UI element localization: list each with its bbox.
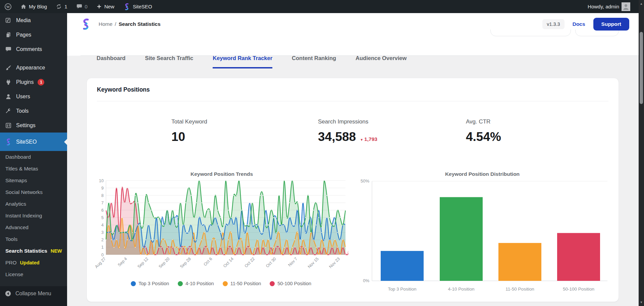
keyword-positions-card: Keyword Positions Total Keyword 10Search…: [87, 78, 619, 302]
legend-item-top-3-position[interactable]: Top 3 Position: [131, 281, 169, 286]
breadcrumb: Home / Search Statistics: [99, 21, 161, 27]
legend-item-4-10-position[interactable]: 4-10 Position: [178, 281, 214, 286]
home-icon: [20, 4, 26, 10]
sidebar-item-label: Pages: [16, 32, 31, 38]
submenu-item-pro[interactable]: PROUpdated: [0, 257, 67, 268]
keyword-position-distribution-chart: Keyword Position Distribution50%0%Top 3 …: [355, 169, 612, 297]
submenu-item-label: Advanced: [5, 224, 29, 231]
bar-top-3-position[interactable]: [381, 251, 424, 281]
sidebar-top-menu: Media Pages Comments Appearance Plugins1…: [0, 13, 67, 133]
support-button[interactable]: Support: [593, 18, 629, 31]
svg-text:Nov 7: Nov 7: [287, 256, 298, 267]
legend-item-50-100-position[interactable]: 50-100 Position: [270, 281, 311, 286]
siteseo-menu-icon: [5, 138, 12, 146]
submenu-item-search-statistics[interactable]: Search StatisticsNEW: [0, 245, 67, 257]
sidebar-item-settings[interactable]: Settings: [0, 118, 67, 133]
svg-text:8: 8: [101, 193, 104, 198]
scrollbar-thumb[interactable]: [640, 32, 643, 104]
wp-admin-sidebar: Media Pages Comments Appearance Plugins1…: [0, 13, 67, 306]
active-item-arrow: [64, 139, 67, 145]
svg-text:1: 1: [101, 245, 104, 250]
tab-dashboard[interactable]: Dashboard: [97, 48, 125, 68]
plugin-header: Home / Search Statistics v1.3.3 Docs Sup…: [67, 13, 639, 56]
submenu-item-label: Tools: [5, 236, 17, 242]
submenu-item-dashboard[interactable]: Dashboard: [0, 151, 67, 163]
svg-text:Aug 27: Aug 27: [94, 256, 107, 269]
sidebar-item-users[interactable]: Users: [0, 89, 67, 104]
bar-4-10-position[interactable]: [440, 197, 483, 281]
submenu-item-instant-indexing[interactable]: Instant Indexing: [0, 210, 67, 221]
svg-text:Sep 20: Sep 20: [158, 256, 171, 269]
submenu-item-titles-metas[interactable]: Titles & Metas: [0, 163, 67, 174]
collapse-menu-button[interactable]: Collapse Menu: [0, 286, 67, 301]
svg-text:Oct 14: Oct 14: [222, 256, 234, 268]
breadcrumb-home[interactable]: Home: [99, 21, 112, 27]
siteseo-submenu: DashboardTitles & MetasSitemapsSocial Ne…: [0, 151, 67, 280]
sidebar-item-tools[interactable]: Tools: [0, 104, 67, 118]
svg-text:Oct 30: Oct 30: [265, 256, 277, 268]
sidebar-item-plugins[interactable]: Plugins1: [0, 75, 67, 89]
sidebar-item-media[interactable]: Media: [0, 13, 67, 28]
submenu-item-social-networks[interactable]: Social Networks: [0, 186, 67, 198]
submenu-item-label: License: [5, 271, 23, 277]
submenu-item-analytics[interactable]: Analytics: [0, 198, 67, 210]
submenu-item-sitemaps[interactable]: Sitemaps: [0, 174, 67, 186]
comments-link[interactable]: 0: [72, 0, 92, 13]
stat-value: 34,588▼1,793: [318, 130, 377, 144]
svg-text:7: 7: [101, 201, 104, 205]
submenu-item-label: Sitemaps: [5, 177, 27, 184]
legend-dot-icon: [131, 281, 136, 286]
sidebar-item-siteseo[interactable]: SiteSEO: [0, 133, 67, 151]
legend-label: 50-100 Position: [277, 281, 311, 286]
card-title: Keyword Positions: [97, 86, 150, 93]
siteseo-adminbar-menu[interactable]: SiteSEO: [119, 0, 157, 13]
collapse-menu-label: Collapse Menu: [15, 291, 51, 297]
svg-text:Keyword Position Distribution: Keyword Position Distribution: [445, 171, 520, 177]
sidebar-item-comments[interactable]: Comments: [0, 42, 67, 56]
tab-audience-overview[interactable]: Audience Overview: [356, 48, 407, 68]
new-content-menu[interactable]: New: [92, 0, 119, 13]
siteseo-adminbar-label: SiteSEO: [133, 4, 152, 9]
stat-value: 10: [171, 130, 207, 144]
updates-link[interactable]: 1: [51, 0, 71, 13]
bar-50-100-position[interactable]: [557, 233, 600, 281]
svg-text:Oct 22: Oct 22: [244, 256, 256, 268]
tab-content-ranking[interactable]: Content Ranking: [292, 48, 336, 68]
stat-delta: ▼1,793: [360, 136, 377, 142]
svg-text:11-50 Position: 11-50 Position: [505, 287, 534, 292]
sidebar-item-label: Appearance: [16, 65, 45, 71]
account-menu[interactable]: Howdy, admin: [583, 0, 635, 13]
legend-dot-icon: [270, 281, 275, 286]
tab-site-search-traffic[interactable]: Site Search Traffic: [145, 48, 193, 68]
sidebar-item-pages[interactable]: Pages: [0, 28, 67, 42]
wp-logo-menu[interactable]: W: [0, 0, 16, 13]
submenu-item-license[interactable]: License: [0, 268, 67, 280]
svg-text:Sep 12: Sep 12: [137, 256, 149, 269]
svg-text:10: 10: [99, 178, 104, 183]
scrollbar-up-arrow[interactable]: ▲: [639, 1, 644, 7]
sidebar-item-appearance[interactable]: Appearance: [0, 60, 67, 75]
main-content: Home / Search Statistics v1.3.3 Docs Sup…: [67, 13, 639, 306]
bar-11-50-position[interactable]: [498, 243, 541, 281]
submenu-item-tools[interactable]: Tools: [0, 233, 67, 245]
appearance-icon: [5, 64, 12, 71]
site-name-link[interactable]: My Blog: [16, 0, 51, 13]
comment-bubble-icon: [76, 3, 83, 10]
stat-label: Avg. CTR: [466, 118, 501, 125]
legend-item-11-50-position[interactable]: 11-50 Position: [223, 281, 261, 286]
scrollbar-down-arrow[interactable]: ▼: [639, 299, 644, 305]
docs-link[interactable]: Docs: [573, 21, 585, 27]
plus-icon: [96, 4, 102, 9]
tab-keyword-rank-tracker[interactable]: Keyword Rank Tracker: [213, 48, 272, 68]
sidebar-item-label: Users: [16, 94, 30, 100]
legend-label: 4-10 Position: [185, 281, 214, 286]
submenu-item-advanced[interactable]: Advanced: [0, 221, 67, 233]
page-scrollbar: ▲ ▼: [639, 0, 644, 306]
legend-dot-icon: [178, 281, 183, 286]
submenu-item-label: PRO: [5, 260, 17, 266]
svg-text:6: 6: [101, 208, 104, 213]
svg-text:Sep 4: Sep 4: [117, 256, 128, 267]
pages-icon: [5, 32, 12, 38]
legend-dot-icon: [223, 281, 228, 286]
tools-icon: [5, 108, 12, 114]
